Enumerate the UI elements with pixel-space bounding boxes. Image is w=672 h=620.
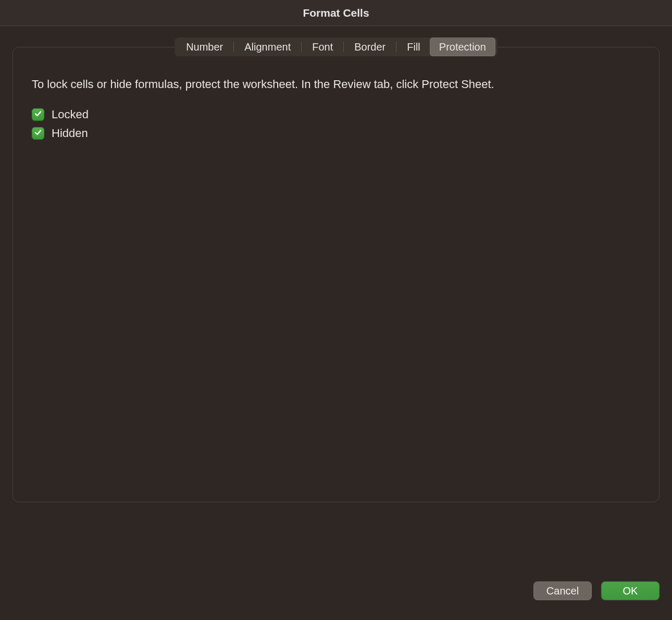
protection-description: To lock cells or hide formulas, protect … — [32, 77, 501, 92]
tab-separator — [396, 42, 396, 52]
checkbox-group: Locked Hidden — [32, 108, 640, 140]
locked-label: Locked — [52, 108, 89, 121]
titlebar: Format Cells — [0, 0, 672, 26]
tab-separator — [343, 42, 344, 52]
window-title: Format Cells — [303, 7, 369, 19]
tab-border[interactable]: Border — [345, 38, 395, 56]
cancel-button[interactable]: Cancel — [533, 581, 592, 600]
panel-wrap: To lock cells or hide formulas, protect … — [0, 47, 672, 502]
tab-font[interactable]: Font — [303, 38, 342, 56]
check-icon — [34, 128, 42, 139]
tab-alignment[interactable]: Alignment — [235, 38, 300, 56]
tab-number[interactable]: Number — [177, 38, 232, 56]
locked-checkbox[interactable] — [32, 108, 44, 121]
tab-protection[interactable]: Protection — [430, 38, 495, 56]
protection-panel: To lock cells or hide formulas, protect … — [13, 47, 659, 502]
tabs: Number Alignment Font Border Fill Protec… — [175, 38, 497, 56]
tab-separator — [301, 42, 302, 52]
hidden-label: Hidden — [52, 127, 88, 140]
footer: Cancel OK — [533, 581, 659, 600]
locked-row: Locked — [32, 108, 640, 121]
check-icon — [34, 109, 42, 120]
tab-fill[interactable]: Fill — [397, 38, 430, 56]
tab-separator — [233, 42, 234, 52]
hidden-checkbox[interactable] — [32, 127, 44, 140]
ok-button[interactable]: OK — [601, 581, 659, 600]
hidden-row: Hidden — [32, 127, 640, 140]
